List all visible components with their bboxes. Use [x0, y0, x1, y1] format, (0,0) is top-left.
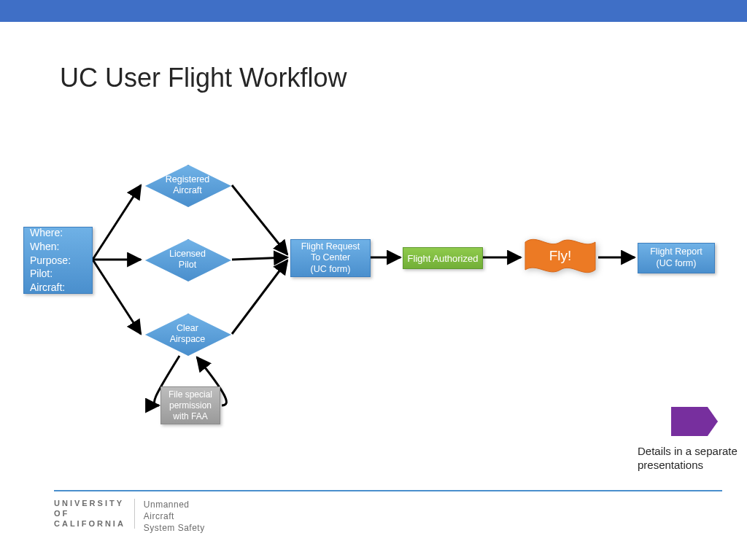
start-line: Purpose:	[30, 254, 71, 268]
footer: UNIVERSITY OF CALIFORNIA Unmanned Aircra…	[54, 499, 205, 534]
details-arrow-icon	[671, 407, 718, 436]
footer-org: UNIVERSITY OF CALIFORNIA	[54, 499, 135, 529]
start-line: Pilot:	[30, 267, 71, 281]
diagram-canvas: Where: When: Purpose: Pilot: Aircraft: R…	[0, 0, 747, 560]
footer-sub-line: Unmanned	[144, 499, 205, 510]
node-clear-airspace: Clear Airspace	[145, 314, 230, 354]
node-flight-report-label: Flight Report (UC form)	[650, 246, 703, 269]
node-fly-label: Fly!	[524, 233, 597, 279]
start-line: When:	[30, 240, 71, 254]
node-licensed-pilot: Licensed Pilot	[145, 239, 230, 280]
footer-org-line: UNIVERSITY	[54, 499, 125, 509]
arrows-layer	[0, 0, 747, 560]
footer-org-line: CALIFORNIA	[54, 519, 125, 529]
diamond-label: Clear Airspace	[145, 314, 230, 354]
footer-rule	[54, 490, 722, 491]
footer-sub: Unmanned Aircraft System Safety	[135, 499, 205, 534]
node-flight-request-label: Flight Request To Center (UC form)	[301, 241, 360, 276]
footer-org-line: OF	[54, 509, 125, 519]
node-start: Where: When: Purpose: Pilot: Aircraft:	[23, 227, 93, 294]
diamond-label: Licensed Pilot	[145, 239, 230, 280]
diamond-label: Registered Aircraft	[145, 165, 230, 206]
node-start-text: Where: When: Purpose: Pilot: Aircraft:	[30, 226, 71, 295]
node-fly: Fly!	[524, 233, 597, 279]
start-line: Aircraft:	[30, 281, 71, 295]
node-flight-authorized-label: Flight Authorized	[408, 253, 479, 264]
details-caption: Details in a separate presentations	[638, 445, 747, 472]
node-file-special-label: File special permission with FAA	[169, 389, 212, 422]
footer-sub-line: System Safety	[144, 522, 205, 534]
footer-sub-line: Aircraft	[144, 510, 205, 522]
node-flight-authorized: Flight Authorized	[403, 247, 483, 269]
node-flight-report: Flight Report (UC form)	[638, 243, 715, 273]
node-registered-aircraft: Registered Aircraft	[145, 165, 230, 206]
node-file-special: File special permission with FAA	[160, 386, 220, 424]
start-line: Where:	[30, 226, 71, 240]
node-flight-request: Flight Request To Center (UC form)	[290, 239, 371, 277]
